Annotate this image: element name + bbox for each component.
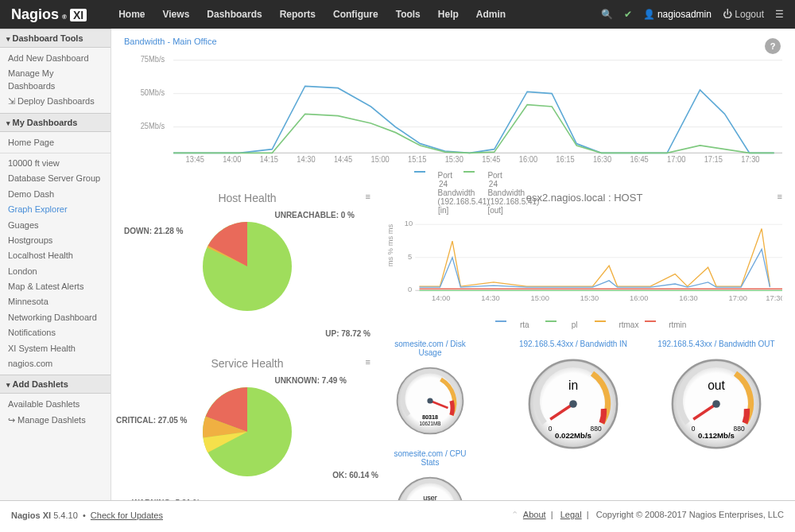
sb-notifications[interactable]: Notifications [0,325,111,340]
svg-text:14:30: 14:30 [481,294,499,302]
sb-demo-dash[interactable]: Demo Dash [0,187,111,202]
sb-graph-explorer[interactable]: Graph Explorer [0,202,111,217]
svg-text:15:45: 15:45 [482,154,501,162]
gauge-cpu[interactable]: user 0100 2.54% [394,475,466,500]
service-health-menu-icon[interactable]: ≡ [366,357,370,367]
menu-icon[interactable]: ☰ [775,9,784,20]
gauge-bandwidth-in[interactable]: in 0880 0.022Mb/s [525,356,621,453]
svg-text:15:00: 15:00 [531,294,549,302]
sb-london[interactable]: London [0,264,111,279]
sb-section-my-dashboards[interactable]: My Dashboards [0,113,111,132]
gauge-disk[interactable]: 80318 10621MB [394,365,466,438]
svg-text:16:00: 16:00 [519,154,538,162]
sb-section-add-dashlets[interactable]: Add Dashlets [0,375,111,394]
svg-point-42 [427,398,432,403]
nav-home[interactable]: Home [118,9,145,20]
host-health-pie[interactable] [192,211,303,322]
sidebar: Dashboard Tools Add New Dashboard Manage… [0,29,111,500]
nav-links: Home Views Dashboards Reports Configure … [118,9,506,20]
svg-text:880: 880 [734,425,745,433]
nav-tools[interactable]: Tools [396,9,421,20]
bandwidth-chart[interactable]: 75Mb/s 50Mb/s 25Mb/s 13:4514:0014:1514:3… [124,51,782,162]
sb-map-alerts[interactable]: Map & Latest Alerts [0,279,111,294]
svg-text:16:15: 16:15 [556,154,575,162]
host-health-menu-icon[interactable]: ≡ [366,192,370,201]
sb-10000ft[interactable]: 10000 ft view [0,156,111,171]
gauge-in-title: 192.168.5.43xx / Bandwidth IN [514,340,633,348]
logout-button[interactable]: ⏻ Logout [723,9,764,20]
check-updates-link[interactable]: Check for Updates [91,511,163,520]
host-down-label: DOWN: 21.28 % [124,227,183,235]
main-content: ? Bandwidth - Main Office 75Mb/s 50Mb/s … [111,29,795,500]
svg-text:5: 5 [408,253,412,261]
logo-suffix: XI [70,9,87,21]
svg-text:15:00: 15:00 [371,154,390,162]
sb-nagios-com[interactable]: nagios.com [0,356,111,371]
svg-text:17:00: 17:00 [729,294,747,302]
service-unknown-label: UNKNOWN: 7.49 % [274,376,347,385]
sb-localhost-health[interactable]: Localhost Health [0,248,111,263]
svg-text:16:30: 16:30 [593,154,612,162]
logo-text: Nagios [11,6,59,23]
service-warning-label: WARNING: 5.31 % [132,499,200,500]
nav-configure[interactable]: Configure [333,9,378,20]
sb-deploy-dashboards[interactable]: ⇲ Deploy Dashboards [0,94,111,109]
bandwidth-legend: Port 24 Bandwidth (192.168.5.41) [in] Po… [124,167,782,176]
svg-text:80318: 80318 [422,414,438,421]
sb-networking-dashboard[interactable]: Networking Dashboard [0,310,111,325]
footer-product: Nagios XI [11,511,51,520]
service-health-title: Service Health [124,357,370,370]
nav-reports[interactable]: Reports [280,9,316,20]
svg-text:50Mb/s: 50Mb/s [141,87,165,97]
sb-add-new-dashboard[interactable]: Add New Dashboard [0,51,111,66]
svg-text:17:30: 17:30 [741,154,760,162]
svg-text:13:45: 13:45 [186,154,205,162]
svg-text:75Mb/s: 75Mb/s [141,54,165,64]
svg-point-55 [569,400,577,408]
svg-text:16:45: 16:45 [630,154,650,162]
gauge-cpu-title: somesite.com / CPU Stats [386,449,474,467]
footer-version: 5.4.10 [53,511,78,520]
status-icon[interactable]: ✔ [624,9,632,20]
sb-minnesota[interactable]: Minnesota [0,294,111,309]
nav-help[interactable]: Help [438,9,459,20]
svg-text:14:30: 14:30 [297,154,316,162]
gauge-bandwidth-out[interactable]: out 0880 0.112Mb/s [669,356,764,453]
nav-admin[interactable]: Admin [476,9,506,20]
search-icon[interactable]: 🔍 [601,9,613,20]
svg-text:16:00: 16:00 [630,294,648,302]
gauge-disk-title: somesite.com / Disk Usage [386,340,474,357]
esx-chart[interactable]: ms % ms ms 10 5 0 14:0 [386,210,782,313]
svg-text:17:00: 17:00 [667,154,686,162]
sb-available-dashlets[interactable]: Available Dashlets [0,397,111,412]
logo[interactable]: Nagios® XI [11,6,87,23]
esx-title: esx2.nagios.local : HOST [386,192,782,204]
svg-text:user: user [423,494,437,501]
sb-manage-my-dashboards[interactable]: Manage My Dashboards [0,66,111,94]
about-link[interactable]: About [523,510,546,519]
svg-text:0.022Mb/s: 0.022Mb/s [555,431,591,440]
svg-text:ms % ms ms: ms % ms ms [386,224,394,267]
sb-db-server-group[interactable]: Database Server Group [0,171,111,186]
esx-menu-icon[interactable]: ≡ [778,192,782,201]
service-health-pie[interactable] [192,376,303,487]
svg-text:17:30: 17:30 [766,294,782,302]
sb-section-dashboard-tools[interactable]: Dashboard Tools [0,29,111,48]
nav-dashboards[interactable]: Dashboards [207,9,262,20]
sb-xi-system-health[interactable]: XI System Health [0,341,111,356]
user-menu[interactable]: 👤 nagiosadmin [643,9,712,20]
host-health-dashlet: Host Health ≡ UNREACHABLE: 0 % DOWN: 21.… [124,192,370,338]
sb-manage-dashlets[interactable]: ↪ Manage Dashlets [0,413,111,428]
svg-text:0: 0 [549,425,553,433]
footer-copyright: Copyright © 2008-2017 Nagios Enterprises… [596,510,784,519]
sb-guages[interactable]: Guages [0,218,111,233]
sb-hostgroups[interactable]: Hostgroups [0,233,111,248]
svg-text:25Mb/s: 25Mb/s [141,121,165,130]
svg-text:15:15: 15:15 [408,154,427,162]
host-unreachable-label: UNREACHABLE: 0 % [274,211,355,219]
svg-text:10: 10 [405,219,413,227]
svg-text:out: out [708,379,725,392]
sb-home-page[interactable]: Home Page [0,135,111,150]
legal-link[interactable]: Legal [560,510,582,519]
nav-views[interactable]: Views [163,9,190,20]
